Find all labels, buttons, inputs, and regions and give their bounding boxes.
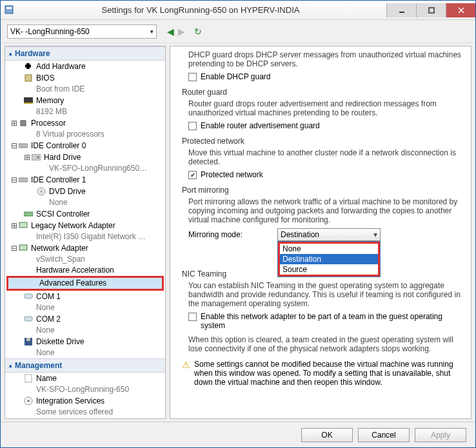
titlebar: Settings for VK LongRunning-650 on HYPER… xyxy=(1,1,475,20)
tree-dvd[interactable]: DVD Drive xyxy=(5,186,165,197)
minimize-button[interactable] xyxy=(386,3,416,17)
mirroring-mode-dropdown: None Destination Source xyxy=(277,241,381,277)
tree-integration-sub: Some services offered xyxy=(5,407,165,418)
name-icon xyxy=(23,373,34,384)
svg-rect-13 xyxy=(19,178,28,182)
expand-icon[interactable]: ⊞ xyxy=(23,153,31,162)
collapse-icon[interactable]: ⊟ xyxy=(10,141,18,151)
integration-icon xyxy=(23,396,34,406)
nic-teaming-checkbox[interactable] xyxy=(188,313,197,321)
tree-com2[interactable]: COM 2 xyxy=(5,313,165,325)
hardware-category[interactable]: ▴Hardware xyxy=(5,46,165,61)
nic-teaming-label: Enable this network adapter to be part o… xyxy=(201,312,459,330)
expand-icon[interactable]: ⊞ xyxy=(10,119,18,128)
ok-button[interactable]: OK xyxy=(301,428,353,442)
tree-bios[interactable]: BIOS xyxy=(5,72,165,84)
svg-rect-0 xyxy=(5,6,13,14)
memory-icon xyxy=(23,95,34,106)
maximize-button[interactable] xyxy=(416,3,446,17)
tree-network-adapter-sub: vSwitch_Span xyxy=(5,254,165,265)
chevron-down-icon: ▾ xyxy=(373,230,377,239)
settings-tree[interactable]: ▴Hardware 🞦Add Hardware BIOS Boot from I… xyxy=(5,46,166,419)
add-hardware-icon: 🞦 xyxy=(23,61,34,72)
cancel-button[interactable]: Cancel xyxy=(358,428,410,442)
tree-legacy-network[interactable]: ⊞Legacy Network Adapter xyxy=(5,220,165,231)
tree-com1-sub: None xyxy=(5,302,165,313)
tree-advanced-features[interactable]: Advanced Features xyxy=(6,276,164,291)
tree-network-adapter[interactable]: ⊟Network Adapter xyxy=(5,242,165,254)
nav-back-button[interactable]: ◀ xyxy=(167,26,174,37)
settings-window: Settings for VK LongRunning-650 on HYPER… xyxy=(0,0,476,448)
window-title: Settings for VK LongRunning-650 on HYPER… xyxy=(15,5,386,15)
mirroring-option-destination[interactable]: Destination xyxy=(280,254,378,264)
tree-com2-sub: None xyxy=(5,325,165,336)
mirroring-option-none[interactable]: None xyxy=(280,244,378,254)
protected-network-checkbox[interactable] xyxy=(188,171,197,179)
svg-rect-7 xyxy=(24,97,33,102)
svg-rect-9 xyxy=(21,121,26,126)
hard-drive-icon xyxy=(31,152,41,162)
router-guard-checkbox[interactable] xyxy=(188,122,197,130)
com-port-icon xyxy=(23,291,34,302)
chevron-down-icon: ▾ xyxy=(150,28,154,35)
apply-button[interactable]: Apply xyxy=(415,428,466,442)
tree-processor-sub: 8 Virtual processors xyxy=(5,129,165,140)
svg-point-12 xyxy=(37,156,39,159)
mirroring-mode-combobox[interactable]: Destination ▾ None Destination Source xyxy=(277,228,381,241)
tree-bios-sub: Boot from IDE xyxy=(5,84,165,95)
svg-rect-6 xyxy=(25,75,32,81)
svg-rect-3 xyxy=(429,8,434,13)
tree-scsi[interactable]: SCSI Controller xyxy=(5,208,165,220)
vm-selector[interactable]: VK- -LongRunning-650 ▾ xyxy=(7,24,157,39)
tree-name[interactable]: Name xyxy=(5,373,165,384)
dhcp-guard-label: Enable DHCP guard xyxy=(201,72,271,81)
network-icon xyxy=(18,243,28,253)
refresh-button[interactable]: ↻ xyxy=(194,26,202,37)
tree-dvd-sub: None xyxy=(5,197,165,208)
nic-note: When this option is cleared, a team crea… xyxy=(188,335,463,353)
tree-ide1[interactable]: ⊟IDE Controller 1 xyxy=(5,174,165,186)
svg-rect-22 xyxy=(26,338,30,341)
collapse-icon[interactable]: ⊟ xyxy=(10,175,18,185)
svg-rect-18 xyxy=(19,245,27,250)
tree-memory[interactable]: Memory xyxy=(5,95,165,106)
app-icon xyxy=(5,5,15,15)
protected-network-title: Protected network xyxy=(182,137,463,146)
svg-rect-17 xyxy=(19,222,27,228)
port-mirroring-desc: Port mirroring allows the network traffi… xyxy=(188,197,463,224)
router-guard-label: Enable router advertisement guard xyxy=(201,121,320,130)
dhcp-guard-checkbox[interactable] xyxy=(188,73,197,81)
close-button[interactable] xyxy=(446,3,475,17)
network-icon xyxy=(18,220,28,231)
tree-hard-drive[interactable]: ⊞Hard Drive xyxy=(5,151,165,163)
controller-icon xyxy=(18,141,28,151)
warning-icon: ⚠ xyxy=(182,360,190,387)
tree-ide0[interactable]: ⊟IDE Controller 0 xyxy=(5,140,165,151)
mirroring-mode-value: Destination xyxy=(281,230,319,239)
mirroring-mode-label: Mirroring mode: xyxy=(188,230,272,239)
tree-processor[interactable]: ⊞Processor xyxy=(5,117,165,129)
nav-forward-button: ▶ xyxy=(178,26,185,37)
tree-integration[interactable]: Integration Services xyxy=(5,395,165,407)
collapse-icon[interactable]: ⊟ xyxy=(10,244,18,253)
expand-icon[interactable]: ⊞ xyxy=(10,221,18,231)
svg-rect-1 xyxy=(6,7,12,9)
tree-diskette[interactable]: Diskette Drive xyxy=(5,336,165,347)
warning-text: Some settings cannot be modified because… xyxy=(194,360,463,387)
mirroring-option-source[interactable]: Source xyxy=(280,264,378,275)
svg-rect-23 xyxy=(25,375,32,382)
controller-icon xyxy=(18,175,28,185)
body: ▴Hardware 🞦Add Hardware BIOS Boot from I… xyxy=(1,43,475,422)
tree-add-hardware[interactable]: 🞦Add Hardware xyxy=(5,61,165,72)
tree-hard-drive-sub: VK-SFO-LongRunning650… xyxy=(5,163,165,174)
window-buttons xyxy=(386,3,475,17)
tree-com1[interactable]: COM 1 xyxy=(5,291,165,302)
scsi-icon xyxy=(23,209,34,219)
management-category[interactable]: ▴Management xyxy=(5,358,165,373)
tree-checkpoint[interactable]: Checkpoint File Location xyxy=(5,418,165,419)
tree-hardware-accel[interactable]: Hardware Acceleration xyxy=(5,265,165,276)
svg-rect-16 xyxy=(24,212,33,216)
com-port-icon xyxy=(23,314,34,324)
svg-point-25 xyxy=(27,400,30,402)
toolbar: VK- -LongRunning-650 ▾ ◀ ▶ ↻ xyxy=(1,20,475,43)
